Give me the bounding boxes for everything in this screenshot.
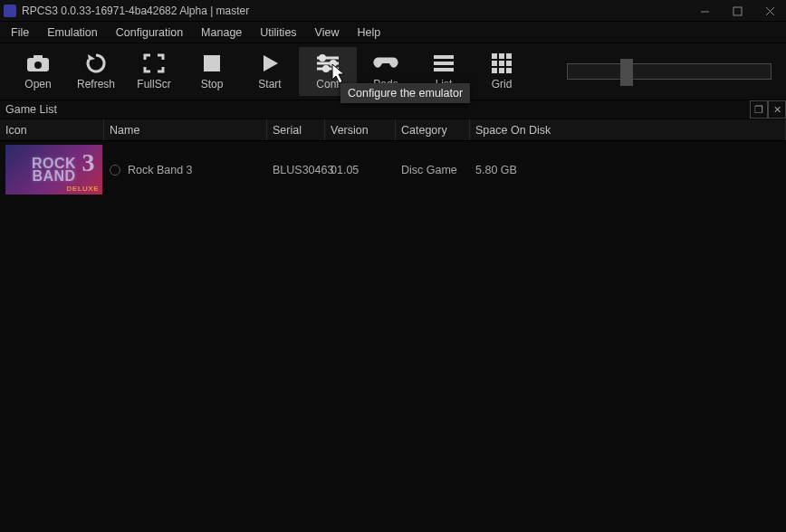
close-button[interactable]	[753, 0, 786, 22]
column-headers: Icon Name Serial Version Category Space …	[0, 119, 786, 141]
fullscreen-icon	[141, 52, 167, 74]
column-name[interactable]: Name	[104, 119, 267, 140]
refresh-button[interactable]: Refresh	[67, 47, 125, 96]
svg-rect-19	[506, 53, 512, 59]
game-icon: ROCK BAND 3 DELUXE	[5, 145, 102, 195]
game-icon-number: 3	[82, 148, 96, 177]
grid-icon	[489, 52, 514, 74]
svg-rect-15	[434, 62, 454, 65]
svg-rect-7	[204, 55, 220, 71]
window-title: RPCS3 0.0.33-16971-4ba42682 Alpha | mast…	[22, 5, 249, 17]
refresh-icon	[83, 52, 109, 74]
menu-file[interactable]: File	[2, 22, 38, 43]
svg-rect-5	[34, 55, 43, 60]
game-icon-deluxe: DELUXE	[67, 185, 99, 193]
refresh-label: Refresh	[77, 78, 115, 90]
svg-point-12	[331, 62, 336, 66]
column-category[interactable]: Category	[396, 119, 470, 140]
svg-rect-23	[492, 68, 497, 73]
stop-button[interactable]: Stop	[183, 47, 241, 96]
stop-icon	[199, 52, 225, 74]
svg-rect-25	[506, 68, 512, 73]
menu-help[interactable]: Help	[348, 22, 389, 43]
app-icon	[4, 5, 16, 17]
game-icon-text-bottom: BAND	[32, 168, 75, 184]
game-serial: BLUS30463	[267, 160, 325, 180]
panel-detach-button[interactable]: ❐	[750, 100, 768, 119]
menu-utilities[interactable]: Utilities	[251, 22, 305, 43]
list-icon	[431, 52, 456, 74]
menu-emulation[interactable]: Emulation	[38, 22, 107, 43]
menu-view[interactable]: View	[306, 22, 349, 43]
maximize-button[interactable]	[721, 0, 753, 22]
game-name: Rock Band 3	[128, 164, 193, 176]
game-space: 5.80 GB	[470, 160, 786, 180]
svg-rect-24	[499, 68, 504, 73]
titlebar: RPCS3 0.0.33-16971-4ba42682 Alpha | mast…	[0, 0, 786, 22]
svg-rect-22	[506, 61, 512, 66]
svg-rect-1	[733, 7, 742, 15]
fullscreen-button[interactable]: FullScr	[125, 47, 183, 96]
camera-icon	[25, 52, 51, 74]
panel-title: Game List	[5, 103, 57, 116]
svg-rect-14	[434, 55, 454, 59]
grid-view-button[interactable]: Grid	[473, 47, 531, 96]
menubar: File Emulation Configuration Manage Util…	[0, 22, 786, 43]
svg-point-11	[321, 56, 325, 61]
start-label: Start	[258, 78, 281, 90]
svg-rect-21	[499, 61, 504, 66]
open-label: Open	[24, 78, 51, 90]
slider-thumb[interactable]	[620, 59, 633, 86]
game-category: Disc Game	[396, 160, 470, 180]
svg-rect-17	[492, 53, 497, 59]
column-space[interactable]: Space On Disk	[470, 119, 786, 140]
sliders-icon	[315, 52, 340, 74]
game-version: 01.05	[325, 160, 396, 180]
svg-rect-18	[499, 53, 504, 59]
game-list[interactable]: ROCK BAND 3 DELUXE Rock Band 3 BLUS30463…	[0, 141, 786, 532]
disc-icon	[110, 165, 120, 176]
open-button[interactable]: Open	[9, 47, 67, 96]
svg-rect-20	[492, 61, 497, 66]
tooltip: Configure the emulator	[340, 83, 470, 103]
column-version[interactable]: Version	[325, 119, 396, 140]
menu-manage[interactable]: Manage	[192, 22, 251, 43]
stop-label: Stop	[201, 78, 224, 90]
menu-configuration[interactable]: Configuration	[107, 22, 192, 43]
config-label: Conf	[316, 78, 339, 90]
svg-point-6	[34, 62, 42, 69]
icon-size-slider[interactable]	[567, 52, 777, 91]
gamepad-icon	[373, 52, 398, 74]
fullscreen-label: FullScr	[137, 78, 170, 90]
column-serial[interactable]: Serial	[267, 119, 325, 140]
minimize-button[interactable]	[688, 0, 721, 22]
grid-label: Grid	[492, 78, 513, 90]
play-icon	[257, 52, 283, 74]
game-row[interactable]: ROCK BAND 3 DELUXE Rock Band 3 BLUS30463…	[0, 141, 786, 198]
panel-close-button[interactable]: ✕	[768, 100, 786, 119]
start-button[interactable]: Start	[241, 47, 299, 96]
column-icon[interactable]: Icon	[0, 119, 104, 140]
svg-point-13	[324, 67, 329, 71]
svg-rect-16	[434, 68, 454, 71]
